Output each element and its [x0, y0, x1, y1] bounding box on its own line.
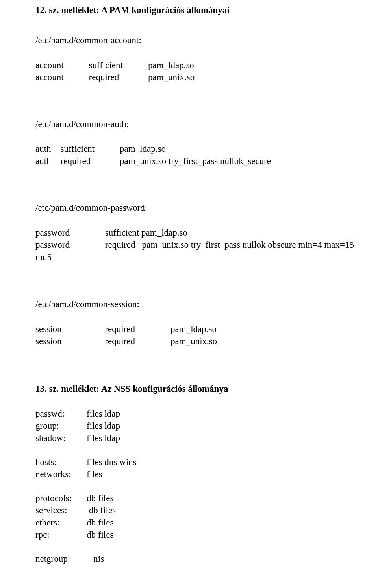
key-cell: netgroup: — [35, 553, 87, 565]
table-row: passwd: files ldap — [35, 407, 120, 420]
nss-group3: protocols: db files services: db files e… — [35, 492, 116, 541]
password-path: /etc/pam.d/common-password: — [35, 202, 343, 214]
password-table: password sufficient pam_ldap.so password… — [35, 227, 354, 263]
module-cell: pam_ldap.so — [120, 143, 271, 155]
module-cell: pam_unix.so — [148, 71, 195, 83]
value-cell: db files — [87, 529, 116, 541]
key-cell: hosts: — [35, 456, 87, 468]
table-row: account sufficient pam_ldap.so — [35, 59, 195, 71]
control-cell: required — [105, 323, 170, 335]
auth-path: /etc/pam.d/common-auth: — [35, 118, 343, 130]
account-path: /etc/pam.d/common-account: — [35, 34, 343, 46]
facility-cell: session — [35, 335, 105, 347]
rest-cell — [105, 251, 354, 263]
control-cell: required — [61, 155, 120, 167]
module-cell: pam_ldap.so — [148, 59, 195, 71]
table-row: auth sufficient pam_ldap.so — [35, 143, 271, 155]
table-row: password sufficient pam_ldap.so — [35, 227, 354, 239]
table-row: account required pam_unix.so — [35, 71, 195, 83]
table-row: shadow: files ldap — [35, 432, 120, 444]
key-cell: networks: — [35, 468, 87, 480]
value-cell: files ldap — [87, 407, 120, 420]
facility-cell: auth — [35, 155, 61, 167]
value-cell: files dns wins — [87, 456, 137, 468]
key-cell: ethers: — [35, 516, 87, 529]
facility-cell: password — [35, 239, 105, 251]
auth-table: auth sufficient pam_ldap.so auth require… — [35, 143, 271, 167]
key-cell: passwd: — [35, 407, 87, 420]
key-cell: rpc: — [35, 529, 87, 541]
rest-cell: sufficient pam_ldap.so — [105, 227, 354, 239]
nss-group1: passwd: files ldap group: files ldap sha… — [35, 407, 120, 444]
table-row: netgroup: nis — [35, 553, 104, 565]
table-row: rpc: db files — [35, 529, 116, 541]
facility-cell: account — [35, 59, 89, 71]
session-path: /etc/pam.d/common-session: — [35, 298, 343, 310]
section13-title: 13. sz. melléklet: Az NSS konfigurációs … — [35, 383, 343, 395]
module-cell: pam_unix.so — [170, 335, 217, 347]
table-row: password required pam_unix.so try_first_… — [35, 239, 354, 251]
control-cell: sufficient — [61, 143, 120, 155]
facility-cell: account — [35, 71, 89, 83]
value-cell: nis — [87, 553, 104, 565]
module-cell: pam_ldap.so — [170, 323, 217, 335]
nss-group4: netgroup: nis — [35, 553, 104, 565]
facility-cell: auth — [35, 143, 61, 155]
value-cell: files — [87, 468, 137, 480]
facility-cell: session — [35, 323, 105, 335]
key-cell: protocols: — [35, 492, 87, 504]
table-row: md5 — [35, 251, 354, 263]
key-cell: group: — [35, 420, 87, 432]
rest-cell: required pam_unix.so try_first_pass null… — [105, 239, 354, 251]
facility-cell: password — [35, 227, 105, 239]
table-row: group: files ldap — [35, 420, 120, 432]
table-row: services: db files — [35, 504, 116, 516]
value-cell: db files — [87, 516, 116, 529]
table-row: session required pam_unix.so — [35, 335, 217, 347]
key-cell: services: — [35, 504, 87, 516]
control-cell: required — [105, 335, 170, 347]
facility-cell: md5 — [35, 251, 105, 263]
section12-title: 12. sz. melléklet: A PAM konfigurációs á… — [35, 4, 343, 16]
module-cell: pam_unix.so try_first_pass nullok_secure — [120, 155, 271, 167]
table-row: auth required pam_unix.so try_first_pass… — [35, 155, 271, 167]
nss-group2: hosts: files dns wins networks: files — [35, 456, 137, 480]
table-row: protocols: db files — [35, 492, 116, 504]
account-table: account sufficient pam_ldap.so account r… — [35, 59, 195, 83]
table-row: hosts: files dns wins — [35, 456, 137, 468]
value-cell: db files — [87, 492, 116, 504]
value-cell: files ldap — [87, 432, 120, 444]
session-table: session required pam_ldap.so session req… — [35, 323, 217, 347]
control-cell: required — [89, 71, 148, 83]
control-cell: sufficient — [89, 59, 148, 71]
key-cell: shadow: — [35, 432, 87, 444]
value-cell: db files — [87, 504, 116, 516]
table-row: session required pam_ldap.so — [35, 323, 217, 335]
table-row: networks: files — [35, 468, 137, 480]
value-cell: files ldap — [87, 420, 120, 432]
table-row: ethers: db files — [35, 516, 116, 529]
